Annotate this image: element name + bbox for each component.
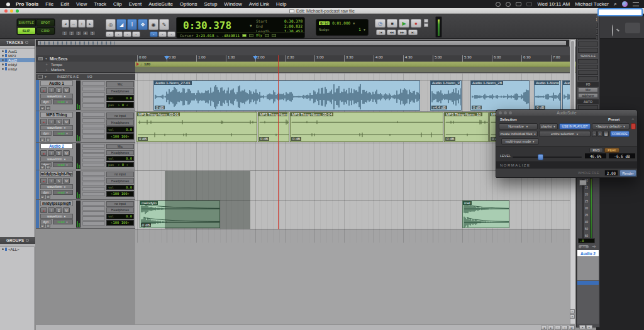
insert-slot[interactable]: · bbox=[82, 201, 105, 206]
strip-input-button[interactable]: Mic bbox=[578, 87, 598, 92]
track-view-selector[interactable]: waveform▼ bbox=[40, 157, 73, 162]
record-enable-button[interactable]: ● bbox=[40, 207, 47, 213]
fast-forward-button[interactable]: ▶▶ bbox=[397, 30, 407, 35]
audio-clip[interactable]: Audio 1-Norm_27-010 dB bbox=[153, 80, 420, 111]
track-name[interactable]: mldylpsspmgfl bbox=[40, 201, 73, 206]
io-input-button[interactable]: no input bbox=[106, 113, 134, 119]
insert-slot[interactable]: · bbox=[82, 124, 105, 128]
send-slot[interactable] bbox=[578, 65, 598, 69]
edit-mode-slip[interactable]: SLIP bbox=[17, 27, 36, 35]
nudge-dropdown-icon[interactable]: ▼ bbox=[364, 28, 365, 31]
audio-clip[interactable]: MP3 Thing-Norm_100 dB bbox=[444, 112, 489, 142]
hscroll-right-button[interactable]: ▸ bbox=[548, 326, 554, 330]
sidebar-track-mldyl-4[interactable]: mldyl bbox=[0, 67, 35, 71]
track-show-dot-icon[interactable] bbox=[2, 50, 4, 52]
preset-decrement-button[interactable]: − bbox=[592, 131, 597, 137]
plugin-bypass-button[interactable] bbox=[631, 123, 636, 129]
menu-item-setup[interactable]: Setup bbox=[204, 1, 217, 7]
background-search-field[interactable] bbox=[597, 8, 643, 16]
dyn-button[interactable]: dyn bbox=[40, 190, 52, 195]
track-name[interactable]: mldylps-lght-fhp bbox=[40, 171, 73, 177]
io-pan-readout[interactable]: ‹100 100› bbox=[106, 220, 134, 226]
insert-slot[interactable]: · bbox=[82, 92, 105, 97]
edit-link-button[interactable]: ▪ bbox=[114, 31, 123, 37]
solo-button[interactable]: S bbox=[55, 178, 62, 184]
audio-clip[interactable]: MP3 Thing-Norm_05-010 dB bbox=[136, 112, 257, 142]
menu-item-track[interactable]: Track bbox=[94, 1, 106, 7]
tempo-ruler[interactable]: ♩120 bbox=[135, 62, 576, 67]
ruler-tick[interactable]: 5:00 bbox=[433, 55, 442, 62]
edit-link-button[interactable]: ▪ bbox=[106, 31, 114, 37]
level-db-value[interactable]: -6.6 dB bbox=[608, 153, 636, 159]
track-show-dot-icon[interactable] bbox=[2, 63, 4, 65]
universe-strip[interactable] bbox=[36, 40, 569, 47]
track-show-dot-icon[interactable] bbox=[2, 68, 4, 70]
io-output-button[interactable]: Headphones bbox=[106, 207, 134, 213]
edit-mode-spot[interactable]: SPOT bbox=[36, 19, 55, 26]
dyn-button[interactable]: dyn bbox=[40, 131, 52, 136]
ruler-tick[interactable]: 1:30 bbox=[226, 55, 235, 62]
track-freeze-button[interactable]: ▸ bbox=[40, 195, 45, 199]
solo-button[interactable]: S bbox=[55, 119, 62, 124]
tool-scrubber[interactable]: ◉ bbox=[148, 19, 158, 30]
track-view-dropdown-icon[interactable]: ▼ bbox=[44, 75, 47, 79]
track-header-mldylps-lght-fhp[interactable]: mldylps-lght-fhp●ISMwaveform▼dynread▼▸O·… bbox=[36, 170, 135, 200]
spotlight-search-icon[interactable]: ⌕ bbox=[614, 1, 617, 8]
background-panel-button[interactable] bbox=[625, 23, 640, 33]
status-led-icon[interactable] bbox=[265, 34, 269, 37]
track-freeze-button[interactable]: ▸ bbox=[40, 106, 45, 110]
preset-gear-icon[interactable]: ⌂ bbox=[631, 117, 634, 121]
link-toggle-button[interactable]: ▪ bbox=[150, 31, 158, 37]
insert-slot[interactable]: · bbox=[82, 153, 105, 157]
sidebar-track-aud2-2[interactable]: Aud2 bbox=[0, 58, 35, 62]
automation-mode-button[interactable]: read▼ bbox=[53, 219, 73, 224]
io-pan-readout[interactable]: ‹100 100› bbox=[106, 191, 134, 197]
track-options-button[interactable]: O bbox=[46, 224, 50, 228]
audiosuite-window[interactable]: AudioSuite Selection Preset ⌂ Normalize▼… bbox=[496, 109, 638, 178]
record-button[interactable]: ● bbox=[411, 19, 421, 28]
clip-gain-badge[interactable]: 0 dB bbox=[259, 137, 269, 141]
track-freeze-button[interactable]: ▸ bbox=[40, 138, 45, 141]
level-slider-thumb[interactable] bbox=[538, 154, 543, 160]
grid-value[interactable]: 0:01.000 bbox=[332, 21, 350, 25]
go-to-end-button[interactable]: ▶| bbox=[408, 30, 418, 35]
io-input-button[interactable]: Mic bbox=[106, 144, 134, 149]
horizontal-scrollbar[interactable]: ◂ ▸ − ＋ ▸| bbox=[36, 324, 570, 330]
play-button[interactable]: ▶ bbox=[399, 19, 409, 28]
app-menu[interactable]: Pro Tools bbox=[16, 1, 38, 7]
start-value[interactable]: 0:30.378 bbox=[284, 19, 303, 23]
track-view-selector[interactable]: waveform▼ bbox=[40, 125, 73, 130]
track-options-button[interactable]: O bbox=[46, 138, 50, 141]
groups-panel-header[interactable]: GROUPS bbox=[0, 237, 35, 244]
mute-button[interactable]: M bbox=[63, 87, 70, 93]
zoom-left-icon[interactable]: ◂ bbox=[62, 19, 69, 28]
insert-slot[interactable]: · bbox=[82, 206, 105, 211]
ruler-tick[interactable]: 0:00 bbox=[137, 55, 147, 62]
automation-mode-button[interactable]: read▼ bbox=[53, 131, 73, 136]
hzoom-in-button[interactable]: ＋ bbox=[562, 326, 568, 330]
io-input-button[interactable]: Mic bbox=[106, 81, 134, 87]
insert-slot[interactable]: · bbox=[82, 87, 105, 91]
insert-slot[interactable]: · bbox=[82, 144, 105, 148]
io-pan-readout[interactable]: ‹100 100› bbox=[106, 133, 134, 140]
display-status-icon[interactable] bbox=[516, 2, 521, 6]
solo-button[interactable]: S bbox=[55, 87, 62, 93]
markers-ruler-label[interactable]: ＋Markers bbox=[36, 67, 135, 73]
menu-item-clip[interactable]: Clip bbox=[113, 1, 122, 7]
menu-item-file[interactable]: File bbox=[45, 1, 53, 7]
io-volume-readout[interactable]: vol0.0 bbox=[106, 214, 134, 219]
track-header-mp3-thing[interactable]: MP3 Thing●ISMwaveform▼dynread▼▸O·····no … bbox=[36, 111, 135, 143]
timebase-ruler-label[interactable]: ▼ Min:Secs bbox=[36, 55, 135, 62]
track-options-button[interactable]: O bbox=[46, 106, 50, 110]
edit-link-button[interactable]: ▪ bbox=[132, 31, 140, 37]
input-monitor-button[interactable]: I bbox=[48, 150, 55, 156]
clip-gain-badge[interactable]: 0 dB bbox=[155, 106, 165, 109]
io-volume-readout[interactable]: vol0.0 bbox=[106, 185, 134, 190]
send-slot[interactable] bbox=[578, 59, 598, 63]
ruler-tick[interactable]: 1:00 bbox=[196, 55, 206, 62]
grid-mode-button[interactable]: Grid bbox=[319, 21, 330, 25]
use-in-playlist-button[interactable]: USE IN PLAYLIST bbox=[559, 123, 591, 129]
insert-slot[interactable]: · bbox=[82, 135, 105, 139]
camera-status-icon[interactable] bbox=[496, 2, 501, 7]
automation-mode-button[interactable]: read▼ bbox=[53, 162, 73, 167]
